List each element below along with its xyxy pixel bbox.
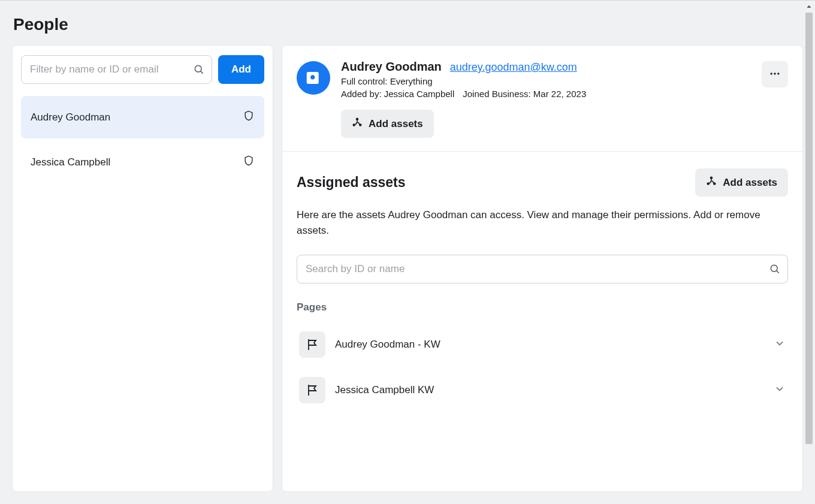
add-people-button[interactable]: Add <box>218 55 264 84</box>
assets-icon <box>352 117 363 131</box>
svg-line-1 <box>201 71 203 74</box>
asset-search-input[interactable] <box>297 255 788 283</box>
person-joined: Joined Business: Mar 22, 2023 <box>463 89 586 99</box>
add-assets-button[interactable]: Add assets <box>341 110 434 138</box>
people-item-name: Jessica Campbell <box>31 156 110 168</box>
svg-point-11 <box>771 265 777 271</box>
people-item[interactable]: Jessica Campbell <box>21 141 264 183</box>
page-title: People <box>12 1 803 45</box>
people-item-name: Audrey Goodman <box>31 111 110 123</box>
ellipsis-icon <box>769 68 781 82</box>
flag-icon <box>299 377 325 403</box>
assigned-assets-description: Here are the assets Audrey Goodman can a… <box>297 207 788 239</box>
assets-icon <box>706 176 717 189</box>
svg-marker-15 <box>807 5 811 8</box>
shield-icon <box>243 109 255 125</box>
people-sidebar: Add Audrey Goodman Jessica Campbell <box>12 45 273 492</box>
vertical-scrollbar[interactable] <box>804 1 814 504</box>
chevron-down-icon <box>774 383 786 397</box>
more-actions-button[interactable] <box>762 61 788 87</box>
person-added-by: Added by: Jessica Campbell <box>341 89 454 99</box>
person-detail: Audrey Goodman audrey.goodman@kw.com Ful… <box>282 45 803 492</box>
asset-name: Audrey Goodman - KW <box>335 339 764 351</box>
svg-point-9 <box>707 182 710 185</box>
people-item[interactable]: Audrey Goodman <box>21 96 264 138</box>
svg-point-6 <box>774 73 775 74</box>
people-filter-input[interactable] <box>21 55 212 84</box>
person-role: Full control: Everything <box>341 76 751 86</box>
svg-point-7 <box>777 73 779 74</box>
person-email-link[interactable]: audrey.goodman@kw.com <box>450 61 577 74</box>
svg-line-12 <box>777 271 779 273</box>
add-assets-button-secondary[interactable]: Add assets <box>695 168 788 197</box>
asset-name: Jessica Campbell KW <box>335 384 764 396</box>
person-name: Audrey Goodman <box>341 60 442 74</box>
scroll-up-icon[interactable] <box>804 2 814 11</box>
search-icon <box>769 263 781 275</box>
asset-row[interactable]: Jessica Campbell KW <box>297 367 788 413</box>
chevron-down-icon <box>774 337 786 352</box>
add-assets-label: Add assets <box>723 177 777 189</box>
svg-point-5 <box>771 73 772 74</box>
avatar <box>297 61 330 95</box>
pages-subheader: Pages <box>297 301 788 313</box>
asset-row[interactable]: Audrey Goodman - KW <box>297 322 788 367</box>
scroll-thumb[interactable] <box>805 13 813 444</box>
flag-icon <box>299 331 325 358</box>
assigned-assets-title: Assigned assets <box>297 174 406 191</box>
shield-icon <box>243 154 255 170</box>
svg-point-3 <box>353 123 356 126</box>
add-assets-label: Add assets <box>369 118 423 130</box>
search-icon <box>193 64 205 76</box>
svg-point-0 <box>195 65 201 72</box>
